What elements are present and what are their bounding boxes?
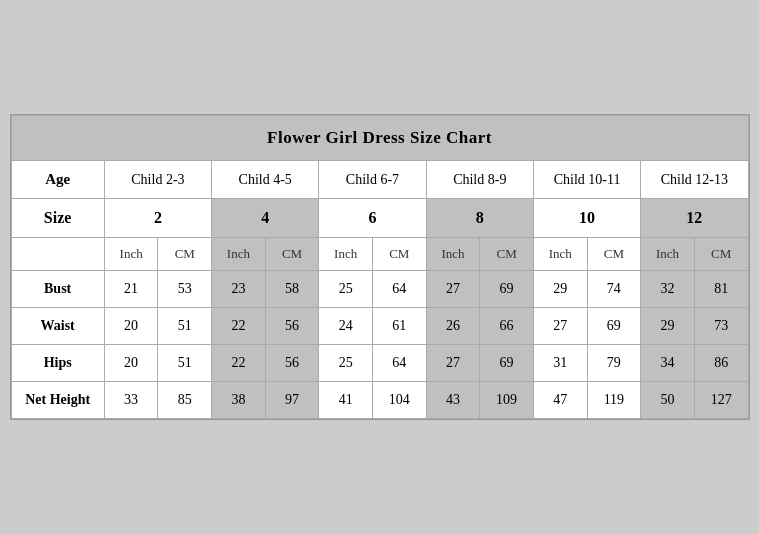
net-height-label: Net Height bbox=[11, 382, 104, 419]
age-col-4: Child 8-9 bbox=[426, 161, 533, 199]
hips-5-inch: 31 bbox=[533, 345, 587, 382]
height-1-inch: 33 bbox=[104, 382, 158, 419]
hips-3-cm: 64 bbox=[372, 345, 426, 382]
hips-row: Hips 20 51 22 56 25 64 27 69 31 79 34 86 bbox=[11, 345, 748, 382]
subheader-inch-6: Inch bbox=[641, 238, 695, 271]
subheader-cm-2: CM bbox=[265, 238, 319, 271]
title-row: Flower Girl Dress Size Chart bbox=[11, 116, 748, 161]
waist-4-inch: 26 bbox=[426, 308, 480, 345]
waist-5-cm: 69 bbox=[587, 308, 641, 345]
size-col-4: 8 bbox=[426, 199, 533, 238]
subheader-empty bbox=[11, 238, 104, 271]
bust-6-cm: 81 bbox=[694, 271, 748, 308]
height-1-cm: 85 bbox=[158, 382, 212, 419]
size-col-1: 2 bbox=[104, 199, 211, 238]
age-col-2: Child 4-5 bbox=[212, 161, 319, 199]
bust-row: Bust 21 53 23 58 25 64 27 69 29 74 32 81 bbox=[11, 271, 748, 308]
bust-4-inch: 27 bbox=[426, 271, 480, 308]
bust-2-cm: 58 bbox=[265, 271, 319, 308]
waist-2-cm: 56 bbox=[265, 308, 319, 345]
waist-label: Waist bbox=[11, 308, 104, 345]
hips-2-inch: 22 bbox=[212, 345, 266, 382]
height-3-cm: 104 bbox=[372, 382, 426, 419]
height-6-cm: 127 bbox=[694, 382, 748, 419]
height-6-inch: 50 bbox=[641, 382, 695, 419]
size-col-3: 6 bbox=[319, 199, 426, 238]
age-col-6: Child 12-13 bbox=[641, 161, 748, 199]
size-label: Size bbox=[11, 199, 104, 238]
hips-2-cm: 56 bbox=[265, 345, 319, 382]
waist-5-inch: 27 bbox=[533, 308, 587, 345]
hips-1-inch: 20 bbox=[104, 345, 158, 382]
size-col-2: 4 bbox=[212, 199, 319, 238]
height-4-inch: 43 bbox=[426, 382, 480, 419]
height-2-cm: 97 bbox=[265, 382, 319, 419]
subheader-inch-1: Inch bbox=[104, 238, 158, 271]
height-5-cm: 119 bbox=[587, 382, 641, 419]
bust-4-cm: 69 bbox=[480, 271, 534, 308]
subheader-inch-3: Inch bbox=[319, 238, 373, 271]
subheader-cm-5: CM bbox=[587, 238, 641, 271]
bust-5-cm: 74 bbox=[587, 271, 641, 308]
subheader-cm-1: CM bbox=[158, 238, 212, 271]
waist-2-inch: 22 bbox=[212, 308, 266, 345]
age-row: Age Child 2-3 Child 4-5 Child 6-7 Child … bbox=[11, 161, 748, 199]
waist-1-inch: 20 bbox=[104, 308, 158, 345]
bust-2-inch: 23 bbox=[212, 271, 266, 308]
waist-1-cm: 51 bbox=[158, 308, 212, 345]
bust-1-inch: 21 bbox=[104, 271, 158, 308]
hips-1-cm: 51 bbox=[158, 345, 212, 382]
age-col-1: Child 2-3 bbox=[104, 161, 211, 199]
subheader-inch-2: Inch bbox=[212, 238, 266, 271]
hips-6-cm: 86 bbox=[694, 345, 748, 382]
subheader-inch-4: Inch bbox=[426, 238, 480, 271]
height-5-inch: 47 bbox=[533, 382, 587, 419]
waist-4-cm: 66 bbox=[480, 308, 534, 345]
subheader-row: Inch CM Inch CM Inch CM Inch CM Inch CM … bbox=[11, 238, 748, 271]
height-2-inch: 38 bbox=[212, 382, 266, 419]
height-3-inch: 41 bbox=[319, 382, 373, 419]
size-chart-table: Flower Girl Dress Size Chart Age Child 2… bbox=[11, 115, 749, 419]
waist-3-inch: 24 bbox=[319, 308, 373, 345]
waist-row: Waist 20 51 22 56 24 61 26 66 27 69 29 7… bbox=[11, 308, 748, 345]
size-row: Size 2 4 6 8 10 12 bbox=[11, 199, 748, 238]
hips-4-inch: 27 bbox=[426, 345, 480, 382]
hips-3-inch: 25 bbox=[319, 345, 373, 382]
bust-3-inch: 25 bbox=[319, 271, 373, 308]
hips-5-cm: 79 bbox=[587, 345, 641, 382]
size-col-5: 10 bbox=[533, 199, 640, 238]
net-height-row: Net Height 33 85 38 97 41 104 43 109 47 … bbox=[11, 382, 748, 419]
hips-6-inch: 34 bbox=[641, 345, 695, 382]
age-col-5: Child 10-11 bbox=[533, 161, 640, 199]
hips-4-cm: 69 bbox=[480, 345, 534, 382]
age-col-3: Child 6-7 bbox=[319, 161, 426, 199]
bust-3-cm: 64 bbox=[372, 271, 426, 308]
size-chart-wrapper: Flower Girl Dress Size Chart Age Child 2… bbox=[10, 114, 750, 420]
bust-1-cm: 53 bbox=[158, 271, 212, 308]
bust-5-inch: 29 bbox=[533, 271, 587, 308]
waist-6-cm: 73 bbox=[694, 308, 748, 345]
waist-6-inch: 29 bbox=[641, 308, 695, 345]
subheader-cm-3: CM bbox=[372, 238, 426, 271]
chart-title: Flower Girl Dress Size Chart bbox=[11, 116, 748, 161]
bust-label: Bust bbox=[11, 271, 104, 308]
subheader-cm-4: CM bbox=[480, 238, 534, 271]
age-label: Age bbox=[11, 161, 104, 199]
hips-label: Hips bbox=[11, 345, 104, 382]
waist-3-cm: 61 bbox=[372, 308, 426, 345]
size-col-6: 12 bbox=[641, 199, 748, 238]
subheader-inch-5: Inch bbox=[533, 238, 587, 271]
height-4-cm: 109 bbox=[480, 382, 534, 419]
bust-6-inch: 32 bbox=[641, 271, 695, 308]
subheader-cm-6: CM bbox=[694, 238, 748, 271]
